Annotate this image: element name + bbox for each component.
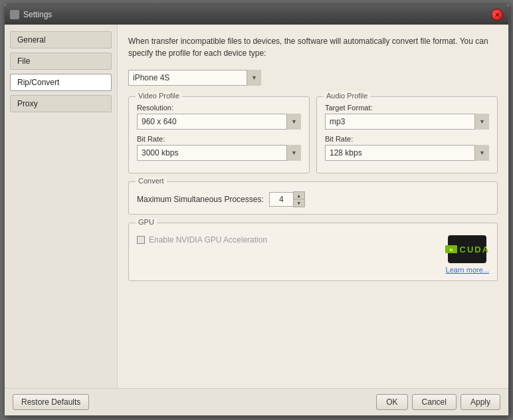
sidebar-item-file[interactable]: File <box>10 52 112 70</box>
gpu-acceleration-checkbox[interactable] <box>137 236 145 244</box>
spinner-down-button[interactable]: ▼ <box>294 199 304 207</box>
audio-bitrate-select-wrapper: 128 kbps 192 kbps 256 kbps 320 kbps ▼ <box>325 145 489 161</box>
video-profile-title: Video Profile <box>136 92 182 100</box>
format-field: Target Format: mp3 aac ogg wav ▼ <box>325 104 489 130</box>
title-bar: Settings ✕ <box>5 5 508 25</box>
audio-profile-title: Audio Profile <box>324 92 370 100</box>
audio-bitrate-field: Bit Rate: 128 kbps 192 kbps 256 kbps 320… <box>325 135 489 161</box>
app-icon <box>10 10 19 19</box>
convert-section: Convert Maximum Simultaneous Processes: … <box>128 181 498 215</box>
bottom-bar: Restore Defaults OK Cancel Apply <box>5 388 508 415</box>
resolution-select-wrapper: 960 x 640 1280 x 720 1920 x 1080 480 x 3… <box>137 114 301 130</box>
content-area: General File Rip/Convert Proxy When tran… <box>5 25 508 388</box>
gpu-section: GPU Enable NVIDIA GPU Acceleration <box>128 223 498 281</box>
cuda-top: N CUDA <box>445 245 490 255</box>
sidebar: General File Rip/Convert Proxy <box>5 25 118 388</box>
audio-bitrate-label: Bit Rate: <box>325 135 489 143</box>
audio-profile-box: Audio Profile Target Format: mp3 aac ogg… <box>316 96 498 173</box>
restore-defaults-button[interactable]: Restore Defaults <box>13 394 89 410</box>
cuda-badge: N CUDA <box>448 235 486 263</box>
audio-bitrate-select[interactable]: 128 kbps 192 kbps 256 kbps 320 kbps <box>325 145 489 161</box>
gpu-acceleration-label: Enable NVIDIA GPU Acceleration <box>149 235 267 245</box>
cuda-text-label: CUDA <box>460 245 490 255</box>
format-select-wrapper: mp3 aac ogg wav ▼ <box>325 114 489 130</box>
format-label: Target Format: <box>325 104 489 112</box>
resolution-label: Resolution: <box>137 104 301 112</box>
convert-section-title: Convert <box>136 177 167 185</box>
gpu-content: Enable NVIDIA GPU Acceleration N <box>137 230 489 274</box>
video-bitrate-label: Bit Rate: <box>137 135 301 143</box>
spinner-up-button[interactable]: ▲ <box>294 192 304 199</box>
video-profile-box: Video Profile Resolution: 960 x 640 1280… <box>128 96 310 173</box>
max-processes-label: Maximum Simultaneous Processes: <box>137 195 264 204</box>
max-processes-spinner: ▲ ▼ <box>269 191 305 207</box>
video-bitrate-select[interactable]: 3000 kbps 1500 kbps 5000 kbps 8000 kbps <box>137 145 301 161</box>
svg-text:N: N <box>449 248 452 252</box>
title-bar-left: Settings <box>10 10 52 19</box>
resolution-select[interactable]: 960 x 640 1280 x 720 1920 x 1080 480 x 3… <box>137 114 301 130</box>
learn-more-link[interactable]: Learn more... <box>446 266 489 274</box>
settings-window: Settings ✕ General File Rip/Convert Prox… <box>4 4 509 416</box>
device-select-row: iPhone 4S iPad Android Phone Custom ▼ <box>128 70 498 86</box>
spinner-buttons: ▲ ▼ <box>293 191 305 207</box>
close-button[interactable]: ✕ <box>491 9 503 21</box>
cancel-button[interactable]: Cancel <box>412 394 457 410</box>
window-title: Settings <box>23 10 52 19</box>
nvidia-logo-icon: N <box>445 245 457 253</box>
resolution-field: Resolution: 960 x 640 1280 x 720 1920 x … <box>137 104 301 130</box>
sidebar-item-rip-convert[interactable]: Rip/Convert <box>10 74 112 91</box>
format-select[interactable]: mp3 aac ogg wav <box>325 114 489 130</box>
main-panel: When transfer incompatible files to devi… <box>118 25 508 388</box>
device-select[interactable]: iPhone 4S iPad Android Phone Custom <box>128 70 261 86</box>
gpu-section-title: GPU <box>136 218 157 226</box>
ok-button[interactable]: OK <box>376 394 407 410</box>
sidebar-item-proxy[interactable]: Proxy <box>10 95 112 112</box>
dialog-buttons: OK Cancel Apply <box>376 394 500 410</box>
video-bitrate-select-wrapper: 3000 kbps 1500 kbps 5000 kbps 8000 kbps … <box>137 145 301 161</box>
convert-row: Maximum Simultaneous Processes: ▲ ▼ <box>137 189 489 207</box>
apply-button[interactable]: Apply <box>461 394 500 410</box>
max-processes-input[interactable] <box>269 192 293 207</box>
profiles-row: Video Profile Resolution: 960 x 640 1280… <box>128 96 498 173</box>
video-bitrate-field: Bit Rate: 3000 kbps 1500 kbps 5000 kbps … <box>137 135 301 161</box>
description-text: When transfer incompatible files to devi… <box>128 35 498 59</box>
sidebar-item-general[interactable]: General <box>10 31 112 49</box>
gpu-left: Enable NVIDIA GPU Acceleration <box>137 235 267 245</box>
device-select-wrapper: iPhone 4S iPad Android Phone Custom ▼ <box>128 70 261 86</box>
cuda-area: N CUDA Learn more... <box>446 235 489 274</box>
